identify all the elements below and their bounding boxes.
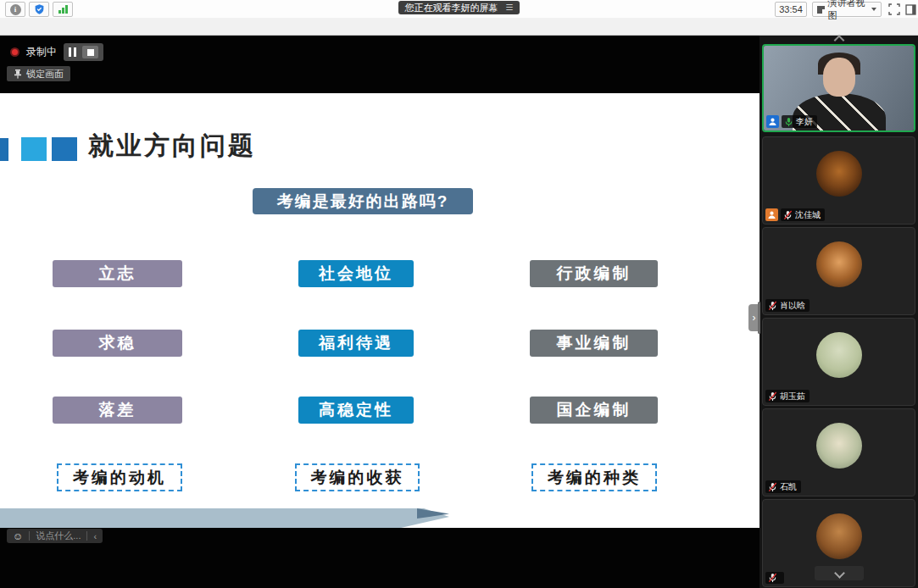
slide-header-box: 考编是最好的出路吗? [253,188,473,214]
stop-recording-button[interactable] [82,46,98,58]
side-panel-icon [905,4,916,15]
slide-box: 高稳定性 [298,397,414,424]
person-badge-orange-icon [765,208,778,221]
chat-bar: ☺ 说点什么... ‹ [7,529,103,543]
chevron-right-icon: › [753,312,756,324]
slide-dashed-box: 考编的收获 [295,463,420,491]
scroll-down-button[interactable] [815,566,864,580]
meeting-info-button[interactable]: i [5,2,25,17]
presentation-slide: 就业方向问题 考编是最好的出路吗? 立志 社会地位 行政编制 求稳 福利待遇 事… [0,93,759,528]
chevron-down-icon [834,568,845,579]
view-mode-label: 演讲者视图 [828,0,868,22]
viewing-screen-banner: 您正在观看李妍的屏幕 ☰ [398,1,520,14]
pin-icon [14,69,22,79]
mic-on-icon [784,117,793,127]
avatar [816,513,862,559]
slide-box: 国企编制 [530,397,658,424]
participant-tile[interactable]: 石凯 [762,408,915,496]
slide-box: 立志 [53,260,182,287]
slide-box: 落差 [53,397,182,424]
recording-buttons [64,43,103,61]
mic-muted-icon [768,301,777,311]
slide-footer-band [0,508,449,528]
meeting-timer: 33:54 [775,2,807,17]
title-accent-square-dark [52,137,77,161]
info-icon: i [10,4,21,15]
fullscreen-button[interactable] [885,2,904,17]
avatar [816,241,862,287]
fullscreen-icon [888,3,900,15]
slide-title: 就业方向问题 [88,129,256,164]
participant-status-row: 胡玉茹 [765,390,810,402]
slide-box: 事业编制 [530,330,658,357]
participant-status-row: 沈佳城 [765,208,825,221]
divider [29,531,30,541]
slide-dashed-box: 考编的动机 [57,463,182,491]
divider [86,531,87,541]
participant-tile[interactable] [762,499,915,587]
mic-muted-icon [768,391,777,402]
participant-tile[interactable]: 李妍 [762,44,915,132]
slide-box: 行政编制 [530,260,658,287]
shield-icon [34,3,45,15]
recording-controls: 录制中 [10,43,103,61]
participant-status-row: 李妍 [766,115,817,128]
viewing-screen-banner-text: 您正在观看李妍的屏幕 [405,1,498,14]
participant-status-row: 石凯 [765,480,801,493]
lock-view-label: 锁定画面 [26,68,64,80]
participant-status-row [765,572,784,584]
avatar [816,151,862,197]
avatar [816,332,862,378]
pause-recording-button[interactable] [69,47,76,57]
slide-box: 福利待遇 [298,330,414,357]
banner-menu-icon[interactable]: ☰ [506,1,514,14]
slide-box: 社会地位 [298,260,414,287]
side-panel-toggle-button[interactable] [904,2,917,17]
participant-name: 胡玉茹 [780,391,805,402]
network-signal-icon [58,5,68,14]
avatar [816,423,862,469]
participant-name: 肖以晗 [780,300,805,311]
recording-status-label: 录制中 [26,45,57,59]
participants-sidebar: 李妍 沈佳城 [759,36,918,588]
slide-box: 求稳 [53,330,182,357]
security-button[interactable] [29,2,49,17]
meeting-toolbar [0,18,918,36]
layout-view-icon [817,6,825,14]
participant-name: 石凯 [780,481,797,492]
mic-muted-icon [768,482,777,492]
emoji-button[interactable]: ☺ [13,530,23,542]
recording-dot-icon [10,47,19,57]
participant-name: 李妍 [796,116,813,127]
participant-tile[interactable]: 肖以晗 [762,227,915,315]
network-signal-button[interactable] [53,2,73,17]
chevron-down-icon [871,8,876,11]
slide-dashed-box: 考编的种类 [531,463,657,491]
lock-view-button[interactable]: 锁定画面 [7,66,70,81]
person-badge-blue-icon [766,115,779,128]
video-person-face [823,58,855,97]
view-mode-dropdown[interactable]: 演讲者视图 [812,2,882,17]
scroll-up-button[interactable] [835,36,843,44]
chat-input[interactable]: 说点什么... [36,530,81,542]
participant-tile[interactable]: 沈佳城 [762,136,915,225]
meeting-timer-text: 33:54 [779,4,803,14]
title-accent-square-edge [0,138,8,161]
participants-scrollbar[interactable] [758,302,760,334]
mic-muted-icon [783,210,793,220]
participant-status-row: 肖以晗 [765,299,810,312]
participant-tile[interactable]: 胡玉茹 [762,318,915,406]
collapse-chat-button[interactable]: ‹ [93,531,97,541]
participant-name: 沈佳城 [795,209,821,220]
mic-muted-icon [768,573,777,583]
screen-share-area: 录制中 锁定画面 就业方向问题 考编是最好的出路吗? 立志 社会地位 行政编制 … [0,36,759,588]
title-accent-square-light [21,137,47,161]
